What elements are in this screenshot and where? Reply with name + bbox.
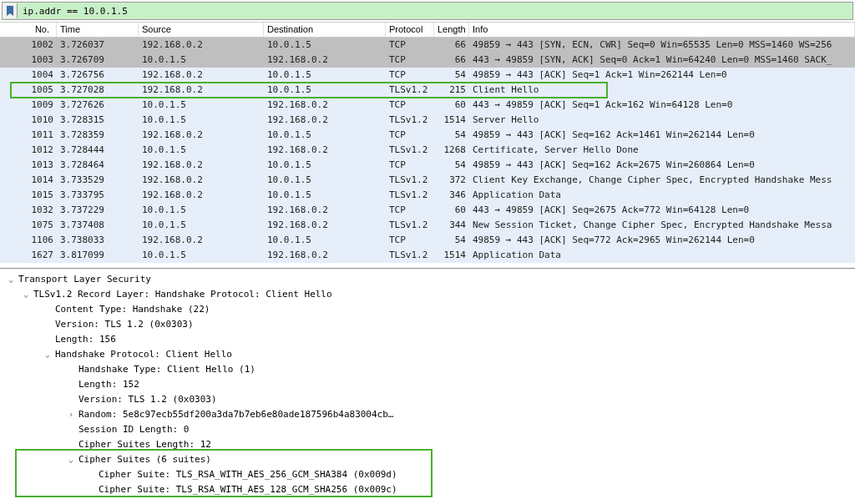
cell: 49859 → 443 [ACK] Seq=162 Ack=1461 Win=2…	[469, 128, 855, 143]
display-filter-input[interactable]	[18, 4, 852, 18]
cell: 1627	[0, 248, 57, 263]
cell: 1032	[0, 203, 57, 218]
cell: TCP	[386, 68, 434, 83]
tree-session-id-length[interactable]: Session ID Length: 0	[5, 422, 850, 437]
table-row[interactable]: 10033.72670910.0.1.5192.168.0.2TCP66443 …	[0, 53, 855, 68]
cell: 192.168.0.2	[264, 248, 386, 263]
table-row[interactable]: 10103.72831510.0.1.5192.168.0.2TLSv1.215…	[0, 113, 855, 128]
table-row[interactable]: 10113.728359192.168.0.210.0.1.5TCP544985…	[0, 128, 855, 143]
bookmark-icon[interactable]	[3, 3, 18, 18]
table-row[interactable]: 10053.727028192.168.0.210.0.1.5TLSv1.221…	[0, 83, 855, 98]
col-length[interactable]: Length	[434, 23, 469, 37]
cell: 49859 → 443 [ACK] Seq=772 Ack=2965 Win=2…	[469, 233, 855, 248]
tree-handshake-type[interactable]: Handshake Type: Client Hello (1)	[5, 362, 850, 377]
tree-cipher-suites-length[interactable]: Cipher Suites Length: 12	[5, 437, 850, 452]
cell: 192.168.0.2	[139, 233, 264, 248]
cell: 3.738033	[57, 233, 139, 248]
packet-list-header[interactable]: No. Time Source Destination Protocol Len…	[0, 23, 855, 38]
cell: 3.728315	[57, 113, 139, 128]
cell: 1003	[0, 53, 57, 68]
cell: 192.168.0.2	[139, 158, 264, 173]
cell: 3.726756	[57, 68, 139, 83]
packet-list-panel: No. Time Source Destination Protocol Len…	[0, 22, 855, 269]
cell: 60	[434, 98, 469, 113]
table-row[interactable]: 10323.73722910.0.1.5192.168.0.2TCP60443 …	[0, 203, 855, 218]
table-row[interactable]: 10093.72762610.0.1.5192.168.0.2TCP60443 …	[0, 98, 855, 113]
cell: 54	[434, 233, 469, 248]
tree-length[interactable]: Length: 156	[5, 332, 850, 347]
twister-open-icon[interactable]: ⌄	[23, 287, 33, 302]
cell: 3.728464	[57, 158, 139, 173]
cell: Certificate, Server Hello Done	[469, 143, 855, 158]
cell: 3.737229	[57, 203, 139, 218]
table-row[interactable]: 10023.726037192.168.0.210.0.1.5TCP664985…	[0, 38, 855, 53]
table-row[interactable]: 10133.728464192.168.0.210.0.1.5TCP544985…	[0, 158, 855, 173]
cell: New Session Ticket, Change Cipher Spec, …	[469, 218, 855, 233]
cell: 10.0.1.5	[264, 38, 386, 53]
cell: 192.168.0.2	[139, 173, 264, 188]
cell: 10.0.1.5	[139, 143, 264, 158]
cell: TLSv1.2	[386, 83, 434, 98]
table-row[interactable]: 16273.81709910.0.1.5192.168.0.2TLSv1.215…	[0, 248, 855, 263]
cell: 3.728359	[57, 128, 139, 143]
tree-version[interactable]: Version: TLS 1.2 (0x0303)	[5, 317, 850, 332]
tree-random[interactable]: ›Random: 5e8c97ecb55df200a3da7b7eb6e80ad…	[5, 407, 850, 422]
cell: 1002	[0, 38, 57, 53]
cell: Client Hello	[469, 83, 855, 98]
cell: 3.737408	[57, 218, 139, 233]
cell: 1005	[0, 83, 57, 98]
table-row[interactable]: 10043.726756192.168.0.210.0.1.5TCP544985…	[0, 68, 855, 83]
cell: 54	[434, 158, 469, 173]
cell: TLSv1.2	[386, 113, 434, 128]
tree-version2[interactable]: Version: TLS 1.2 (0x0303)	[5, 392, 850, 407]
table-row[interactable]: 10123.72844410.0.1.5192.168.0.2TLSv1.212…	[0, 143, 855, 158]
cell: 1075	[0, 218, 57, 233]
cell: 10.0.1.5	[264, 158, 386, 173]
col-time[interactable]: Time	[57, 23, 139, 37]
twister-open-icon[interactable]: ⌄	[45, 347, 55, 362]
tree-handshake-protocol[interactable]: ⌄Handshake Protocol: Client Hello	[5, 347, 850, 362]
cell: 372	[434, 173, 469, 188]
tree-record-layer[interactable]: ⌄TLSv1.2 Record Layer: Handshake Protoco…	[5, 287, 850, 302]
cell: 10.0.1.5	[264, 68, 386, 83]
col-no[interactable]: No.	[0, 23, 57, 37]
tree-root[interactable]: ⌄Transport Layer Security	[5, 272, 850, 287]
cell: 1514	[434, 248, 469, 263]
table-row[interactable]: 10143.733529192.168.0.210.0.1.5TLSv1.237…	[0, 173, 855, 188]
cell: 10.0.1.5	[139, 248, 264, 263]
twister-open-icon[interactable]: ⌄	[68, 452, 78, 467]
table-row[interactable]: 10753.73740810.0.1.5192.168.0.2TLSv1.234…	[0, 218, 855, 233]
table-row[interactable]: 10153.733795192.168.0.210.0.1.5TLSv1.234…	[0, 188, 855, 203]
tree-cipher-suites[interactable]: ⌄Cipher Suites (6 suites)	[5, 452, 850, 467]
cell: 192.168.0.2	[264, 113, 386, 128]
cell: 66	[434, 38, 469, 53]
col-info[interactable]: Info	[469, 23, 855, 37]
cell: 1013	[0, 158, 57, 173]
cell: Application Data	[469, 248, 855, 263]
tree-cipher-suite-2[interactable]: Cipher Suite: TLS_RSA_WITH_AES_128_GCM_S…	[5, 482, 850, 497]
cell: 10.0.1.5	[139, 98, 264, 113]
cell: 10.0.1.5	[264, 188, 386, 203]
cell: 192.168.0.2	[264, 98, 386, 113]
tree-length2[interactable]: Length: 152	[5, 377, 850, 392]
cell: 10.0.1.5	[139, 53, 264, 68]
cell: 10.0.1.5	[264, 128, 386, 143]
cell: 443 → 49859 [ACK] Seq=2675 Ack=772 Win=6…	[469, 203, 855, 218]
cell: 10.0.1.5	[139, 203, 264, 218]
table-row[interactable]: 11063.738033192.168.0.210.0.1.5TCP544985…	[0, 233, 855, 248]
tree-cipher-suite-1[interactable]: Cipher Suite: TLS_RSA_WITH_AES_256_GCM_S…	[5, 467, 850, 482]
cell: 3.733529	[57, 173, 139, 188]
cell: 54	[434, 128, 469, 143]
cell: Application Data	[469, 188, 855, 203]
col-source[interactable]: Source	[139, 23, 264, 37]
cell: TLSv1.2	[386, 218, 434, 233]
col-protocol[interactable]: Protocol	[386, 23, 434, 37]
cell: Server Hello	[469, 113, 855, 128]
col-destination[interactable]: Destination	[264, 23, 386, 37]
twister-closed-icon[interactable]: ›	[68, 407, 78, 422]
twister-open-icon[interactable]: ⌄	[8, 272, 18, 287]
tree-content-type[interactable]: Content Type: Handshake (22)	[5, 302, 850, 317]
cell: 49859 → 443 [SYN, ECN, CWR] Seq=0 Win=65…	[469, 38, 855, 53]
cell: 192.168.0.2	[264, 203, 386, 218]
cell: 3.726037	[57, 38, 139, 53]
